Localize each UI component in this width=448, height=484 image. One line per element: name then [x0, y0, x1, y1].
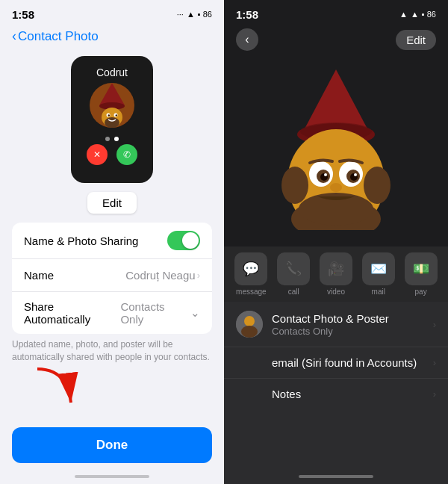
contact-avatar: [236, 311, 263, 338]
memoji-hero: [224, 57, 448, 246]
contact-row-chevron-2: ›: [433, 388, 436, 400]
chevron-down-icon: ⌄: [190, 306, 200, 320]
edit-button[interactable]: Edit: [87, 192, 137, 214]
home-indicator-right: [299, 475, 373, 478]
contact-info-section: Contact Photo & Poster Contacts Only › e…: [224, 302, 448, 484]
notes-title: Notes: [272, 388, 433, 400]
right-edit-button[interactable]: Edit: [396, 30, 436, 50]
svg-point-6: [115, 114, 116, 116]
settings-description: Updated name, photo, and poster will be …: [0, 334, 224, 371]
decline-call-button: ✕: [87, 144, 108, 165]
right-panel: 1:58 ▲ ▲ ▪ 86 ‹ Edit: [224, 0, 448, 484]
phone-preview-container: Codrut: [0, 50, 224, 192]
svg-point-21: [324, 173, 327, 176]
left-status-bar: 1:58 ··· ▲ ▪ 86: [0, 0, 224, 25]
contact-photo-poster-title: Contact Photo & Poster: [272, 312, 433, 325]
contact-row-chevron-1: ›: [433, 357, 436, 368]
battery-icon: ▪ 86: [198, 10, 212, 19]
done-button[interactable]: Done: [12, 427, 212, 463]
share-automatically-row[interactable]: Share Automatically Contacts Only ⌄: [12, 292, 212, 334]
svg-point-27: [244, 316, 255, 326]
name-photo-sharing-label: Name & Photo Sharing: [24, 235, 138, 247]
edit-button-container: Edit: [0, 192, 224, 214]
name-row[interactable]: Name Codruț Neagu ›: [12, 259, 212, 292]
contact-row-chevron-0: ›: [433, 319, 436, 330]
action-mail-label: mail: [372, 288, 385, 296]
settings-card: Name & Photo Sharing Name Codruț Neagu ›…: [12, 223, 212, 334]
right-status-bar: 1:58 ▲ ▲ ▪ 86: [224, 0, 448, 25]
svg-point-5: [108, 114, 109, 116]
phone-call-buttons: ✕ ✆: [87, 144, 137, 165]
svg-point-13: [281, 167, 308, 204]
home-indicator-left: [75, 475, 149, 478]
back-button[interactable]: ‹ Contact Photo: [12, 28, 99, 44]
email-siri-title: email (Siri found in Accounts): [272, 356, 433, 369]
wifi-icon: ▲: [187, 10, 195, 19]
left-nav: ‹ Contact Photo: [0, 25, 224, 50]
left-panel: 1:58 ··· ▲ ▪ 86 ‹ Contact Photo Codrut: [0, 0, 224, 484]
left-time: 1:58: [12, 8, 34, 21]
svg-marker-0: [99, 83, 125, 105]
name-photo-sharing-toggle[interactable]: [167, 231, 200, 250]
chevron-left-icon: ‹: [12, 28, 16, 44]
action-video[interactable]: 🎥 video: [320, 252, 352, 296]
right-back-button[interactable]: ‹: [236, 28, 258, 51]
notes-row[interactable]: Notes ›: [224, 379, 448, 409]
done-button-container: Done: [12, 427, 212, 463]
video-icon: 🎥: [320, 252, 352, 285]
right-status-icons: ▲ ▲ ▪ 86: [399, 10, 436, 19]
left-status-icons: ··· ▲ ▪ 86: [177, 10, 212, 19]
svg-point-23: [330, 183, 342, 192]
action-pay[interactable]: 💵 pay: [405, 252, 438, 296]
notes-text: Notes: [236, 388, 433, 400]
svg-point-7: [105, 117, 119, 128]
right-nav: ‹ Edit: [224, 25, 448, 57]
svg-point-14: [364, 167, 391, 204]
accept-call-button: ✆: [116, 144, 137, 165]
contact-photo-poster-text: Contact Photo & Poster Contacts Only: [272, 312, 433, 337]
action-call[interactable]: 📞 call: [277, 252, 310, 296]
nav-title: Contact Photo: [18, 29, 99, 44]
action-message[interactable]: 💬 message: [234, 252, 267, 296]
phone-memoji: [90, 83, 134, 128]
phone-contact-name: Codrut: [96, 66, 128, 78]
action-pay-label: pay: [415, 288, 427, 296]
right-signal-icon: ▲: [399, 10, 408, 19]
contact-photo-poster-subtitle: Contacts Only: [272, 326, 433, 337]
call-icon: 📞: [277, 252, 310, 285]
action-bar: 💬 message 📞 call 🎥 video ✉️ mail 💵 pay: [224, 246, 448, 302]
mail-icon: ✉️: [362, 252, 395, 285]
memoji-hero-svg: [261, 66, 411, 230]
email-siri-row[interactable]: email (Siri found in Accounts) ›: [224, 347, 448, 379]
right-battery-icon: ▪ 86: [422, 10, 436, 19]
chevron-right-icon: ›: [197, 270, 200, 281]
phone-preview: Codrut: [71, 56, 153, 183]
action-call-label: call: [288, 288, 299, 296]
name-label: Name: [24, 269, 54, 282]
right-wifi-icon: ▲: [411, 10, 419, 19]
pay-icon: 💵: [405, 252, 438, 285]
svg-point-22: [354, 173, 357, 176]
right-time: 1:58: [236, 8, 258, 21]
share-auto-value: Contacts Only ⌄: [120, 300, 200, 326]
contact-photo-poster-row[interactable]: Contact Photo & Poster Contacts Only ›: [224, 302, 448, 347]
action-video-label: video: [327, 288, 345, 296]
name-photo-sharing-row[interactable]: Name & Photo Sharing: [12, 223, 212, 259]
action-mail[interactable]: ✉️ mail: [362, 252, 395, 296]
name-value: Codruț Neagu ›: [125, 269, 200, 282]
message-icon: 💬: [234, 252, 267, 285]
email-siri-text: email (Siri found in Accounts): [236, 356, 433, 369]
signal-icon: ···: [177, 10, 184, 19]
svg-point-28: [241, 326, 258, 338]
action-message-label: message: [236, 288, 267, 296]
share-auto-label: Share Automatically: [24, 300, 120, 326]
